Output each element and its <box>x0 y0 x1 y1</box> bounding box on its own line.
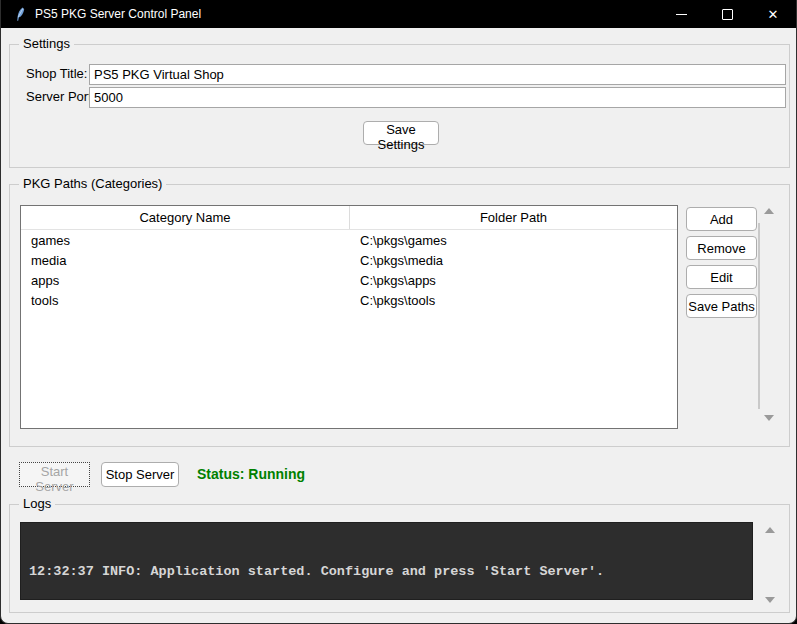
path-cell: C:\pkgs\media <box>350 253 677 268</box>
close-button[interactable]: ✕ <box>750 0 796 28</box>
path-cell: C:\pkgs\tools <box>350 293 677 308</box>
stop-server-button[interactable]: Stop Server <box>101 462 179 487</box>
scrollbar-thumb[interactable] <box>758 223 760 409</box>
table-row[interactable]: media C:\pkgs\media <box>21 250 677 270</box>
maximize-button[interactable] <box>704 0 750 28</box>
settings-legend: Settings <box>19 36 74 52</box>
maximize-icon <box>722 9 733 20</box>
categories-table: Category Name Folder Path games C:\pkgs\… <box>20 205 678 429</box>
close-icon: ✕ <box>768 7 779 22</box>
table-row[interactable]: games C:\pkgs\games <box>21 230 677 250</box>
path-cell: C:\pkgs\apps <box>350 273 677 288</box>
scrollbar-down-icon[interactable] <box>765 597 775 603</box>
window-controls: ✕ <box>658 0 796 28</box>
feather-app-icon <box>13 7 26 22</box>
logs-legend: Logs <box>19 496 55 512</box>
table-row[interactable]: apps C:\pkgs\apps <box>21 270 677 290</box>
log-line: 12:32:37 INFO: Application started. Conf… <box>29 563 752 581</box>
log-console[interactable]: 12:32:37 INFO: Application started. Conf… <box>20 522 753 600</box>
table-row[interactable]: tools C:\pkgs\tools <box>21 290 677 310</box>
scrollbar-down-icon[interactable] <box>764 415 774 421</box>
category-cell: tools <box>21 293 350 308</box>
scrollbar-up-icon[interactable] <box>765 527 775 533</box>
column-header-category[interactable]: Category Name <box>21 206 350 229</box>
minimize-icon <box>676 14 687 15</box>
category-cell: media <box>21 253 350 268</box>
add-button[interactable]: Add <box>686 207 757 231</box>
column-header-path[interactable]: Folder Path <box>350 206 677 229</box>
server-port-input[interactable] <box>89 87 786 108</box>
category-cell: apps <box>21 273 350 288</box>
save-paths-button[interactable]: Save Paths <box>686 294 757 318</box>
pkg-paths-legend: PKG Paths (Categories) <box>19 176 166 192</box>
titlebar: PS5 PKG Server Control Panel ✕ <box>1 0 796 28</box>
minimize-button[interactable] <box>658 0 704 28</box>
settings-group: Settings Shop Title: Server Port: Save S… <box>9 44 790 168</box>
shop-title-label: Shop Title: <box>26 66 87 81</box>
scrollbar-up-icon[interactable] <box>764 208 774 214</box>
category-cell: games <box>21 233 350 248</box>
start-server-button[interactable]: Start Server <box>19 462 90 487</box>
path-cell: C:\pkgs\games <box>350 233 677 248</box>
save-settings-button[interactable]: Save Settings <box>363 121 439 145</box>
edit-button[interactable]: Edit <box>686 265 757 289</box>
shop-title-input[interactable] <box>89 64 786 85</box>
window-title: PS5 PKG Server Control Panel <box>35 7 201 21</box>
remove-button[interactable]: Remove <box>686 236 757 260</box>
status-badge: Status: Running <box>197 466 305 482</box>
server-port-label: Server Port: <box>26 89 95 104</box>
app-window: PS5 PKG Server Control Panel ✕ Settings … <box>0 0 797 624</box>
pkg-paths-group: PKG Paths (Categories) Category Name Fol… <box>9 184 790 447</box>
logs-group: Logs 12:32:37 INFO: Application started.… <box>9 504 790 613</box>
table-header: Category Name Folder Path <box>21 206 677 230</box>
